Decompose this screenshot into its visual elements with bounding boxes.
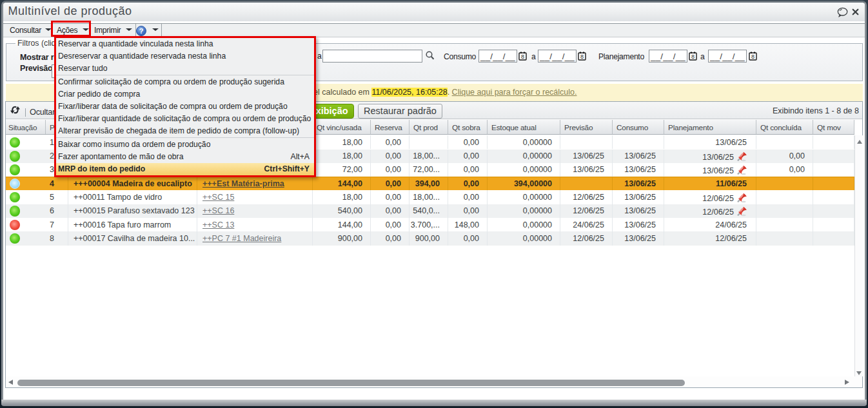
- svg-text:8: 8: [580, 53, 584, 60]
- svg-text:8: 8: [751, 53, 755, 60]
- svg-text:8: 8: [691, 53, 695, 60]
- svg-text:8: 8: [521, 53, 524, 60]
